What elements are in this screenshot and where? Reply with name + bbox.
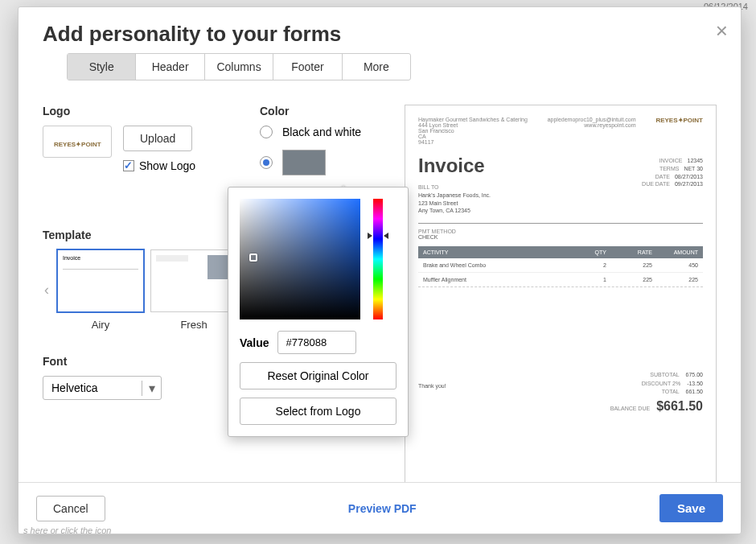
bw-label: Black and white [282, 126, 361, 138]
tab-header[interactable]: Header [136, 54, 204, 80]
hue-slider[interactable] [373, 199, 383, 319]
sv-gradient[interactable] [240, 199, 360, 319]
logo-brand-text: REYES✦POINT [54, 141, 101, 148]
company-name: Haymaker Gourmet Sandwiches & Catering [418, 117, 528, 122]
template-prev-icon[interactable]: ‹ [43, 282, 51, 299]
tabs: Style Header Columns Footer More [67, 53, 411, 80]
upload-button[interactable]: Upload [123, 126, 192, 151]
bw-radio[interactable] [260, 126, 273, 138]
modal-dialog: Add personality to your forms × Style He… [18, 6, 742, 534]
chevron-down-icon: ▾ [142, 381, 161, 396]
tab-more[interactable]: More [343, 54, 410, 80]
cancel-button[interactable]: Cancel [36, 496, 105, 521]
modal-title: Add personality to your forms [43, 22, 717, 47]
reset-color-button[interactable]: Reset Original Color [240, 362, 396, 389]
invoice-preview: Haymaker Gourmet Sandwiches & Catering 4… [405, 105, 717, 482]
preview-pdf-link[interactable]: Preview PDF [348, 502, 417, 515]
font-dropdown[interactable]: Helvetica ▾ [43, 376, 162, 400]
logo-preview[interactable]: REYES✦POINT [43, 126, 112, 158]
table-row: Brake and Wheel Combo 2 225 450 [418, 258, 703, 273]
save-button[interactable]: Save [659, 494, 723, 522]
table-header: ACTIVITY QTY RATE AMOUNT [418, 246, 703, 258]
tab-style[interactable]: Style [68, 54, 136, 80]
table-row: Muffler Alignment 1 225 225 [418, 273, 703, 287]
color-swatch[interactable] [282, 150, 326, 175]
tab-footer-tab[interactable]: Footer [273, 54, 342, 80]
custom-color-radio[interactable] [260, 156, 273, 169]
font-value: Helvetica [43, 381, 142, 394]
totals: SUBTOTAL675.00 DISCOUNT 2%-13.50 TOTAL66… [592, 371, 703, 416]
show-logo-checkbox[interactable] [123, 160, 134, 171]
color-picker-popover: Value Reset Original Color Select from L… [228, 187, 409, 437]
color-value-label: Value [240, 336, 269, 349]
template-name-1: Fresh [150, 319, 237, 331]
close-icon[interactable]: × [716, 20, 728, 41]
thank-you: Thank you! [418, 383, 446, 389]
template-card-airy[interactable]: Invoice [57, 249, 144, 312]
sv-cursor-icon[interactable] [249, 253, 257, 262]
template-card-fresh[interactable] [150, 249, 237, 312]
bg-hint: s here or click the icon [23, 525, 111, 535]
logo-label: Logo [43, 105, 260, 117]
select-from-logo-button[interactable]: Select from Logo [240, 398, 396, 425]
template-name-0: Airy [57, 319, 144, 331]
hue-cursor-icon[interactable] [371, 233, 385, 239]
color-value-input[interactable] [277, 331, 356, 354]
color-label: Color [260, 105, 405, 117]
tab-columns[interactable]: Columns [205, 54, 273, 80]
show-logo-label: Show Logo [139, 159, 195, 172]
